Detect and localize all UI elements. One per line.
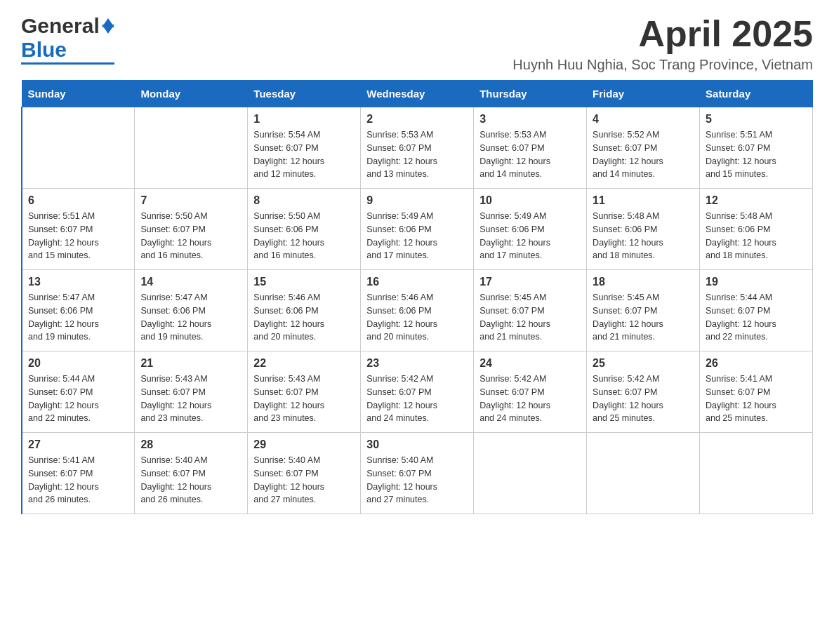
day-number: 7 <box>140 194 241 207</box>
calendar-cell <box>587 433 700 514</box>
day-number: 22 <box>253 357 355 370</box>
calendar-table: SundayMondayTuesdayWednesdayThursdayFrid… <box>21 80 813 514</box>
day-info: Sunrise: 5:45 AM Sunset: 6:07 PM Dayligh… <box>593 291 694 344</box>
day-number: 12 <box>706 194 807 207</box>
day-number: 10 <box>479 194 581 207</box>
day-number: 17 <box>479 276 581 288</box>
day-info: Sunrise: 5:51 AM Sunset: 6:07 PM Dayligh… <box>706 128 807 181</box>
day-info: Sunrise: 5:43 AM Sunset: 6:07 PM Dayligh… <box>253 373 355 425</box>
calendar-week-3: 13Sunrise: 5:47 AM Sunset: 6:06 PM Dayli… <box>22 270 813 351</box>
logo-underline <box>21 62 114 65</box>
day-number: 13 <box>28 276 128 288</box>
calendar-cell <box>700 433 813 514</box>
calendar-cell: 12Sunrise: 5:48 AM Sunset: 6:06 PM Dayli… <box>700 189 813 270</box>
calendar-cell: 25Sunrise: 5:42 AM Sunset: 6:07 PM Dayli… <box>587 351 700 433</box>
logo: General Blue <box>21 14 114 65</box>
calendar-cell <box>135 107 248 189</box>
day-number: 15 <box>253 276 355 288</box>
calendar-cell: 18Sunrise: 5:45 AM Sunset: 6:07 PM Dayli… <box>587 270 700 351</box>
calendar-cell: 29Sunrise: 5:40 AM Sunset: 6:07 PM Dayli… <box>248 433 361 514</box>
calendar-cell: 7Sunrise: 5:50 AM Sunset: 6:07 PM Daylig… <box>135 189 248 270</box>
day-number: 29 <box>253 438 355 451</box>
calendar-week-4: 20Sunrise: 5:44 AM Sunset: 6:07 PM Dayli… <box>22 351 813 433</box>
logo-blue-text: Blue <box>21 38 67 61</box>
day-info: Sunrise: 5:44 AM Sunset: 6:07 PM Dayligh… <box>706 291 807 344</box>
day-info: Sunrise: 5:50 AM Sunset: 6:06 PM Dayligh… <box>253 210 355 262</box>
day-info: Sunrise: 5:48 AM Sunset: 6:06 PM Dayligh… <box>706 210 807 262</box>
day-number: 6 <box>28 194 128 207</box>
calendar-week-1: 1Sunrise: 5:54 AM Sunset: 6:07 PM Daylig… <box>22 107 813 189</box>
day-number: 5 <box>706 113 807 126</box>
day-number: 14 <box>140 276 241 288</box>
calendar-cell: 28Sunrise: 5:40 AM Sunset: 6:07 PM Dayli… <box>135 433 248 514</box>
day-number: 8 <box>253 194 355 207</box>
calendar-cell: 8Sunrise: 5:50 AM Sunset: 6:06 PM Daylig… <box>248 189 361 270</box>
day-info: Sunrise: 5:46 AM Sunset: 6:06 PM Dayligh… <box>366 291 468 344</box>
calendar-cell: 24Sunrise: 5:42 AM Sunset: 6:07 PM Dayli… <box>474 351 587 433</box>
day-number: 16 <box>366 276 468 288</box>
day-info: Sunrise: 5:51 AM Sunset: 6:07 PM Dayligh… <box>28 210 128 262</box>
calendar-header-row: SundayMondayTuesdayWednesdayThursdayFrid… <box>22 81 813 107</box>
calendar-cell <box>22 107 135 189</box>
day-number: 18 <box>593 276 694 288</box>
day-info: Sunrise: 5:46 AM Sunset: 6:06 PM Dayligh… <box>253 291 355 344</box>
calendar-cell: 15Sunrise: 5:46 AM Sunset: 6:06 PM Dayli… <box>248 270 361 351</box>
month-title: April 2025 <box>512 14 813 54</box>
day-number: 30 <box>366 438 468 451</box>
day-number: 2 <box>366 113 468 126</box>
title-section: April 2025 Huynh Huu Nghia, Soc Trang Pr… <box>512 14 813 73</box>
weekday-header-saturday: Saturday <box>700 81 813 107</box>
day-info: Sunrise: 5:53 AM Sunset: 6:07 PM Dayligh… <box>366 128 468 181</box>
day-info: Sunrise: 5:47 AM Sunset: 6:06 PM Dayligh… <box>140 291 241 344</box>
day-info: Sunrise: 5:41 AM Sunset: 6:07 PM Dayligh… <box>706 373 807 425</box>
logo-general-text: General <box>21 14 100 38</box>
day-info: Sunrise: 5:40 AM Sunset: 6:07 PM Dayligh… <box>253 454 355 507</box>
calendar-cell: 10Sunrise: 5:49 AM Sunset: 6:06 PM Dayli… <box>474 189 587 270</box>
calendar-cell: 4Sunrise: 5:52 AM Sunset: 6:07 PM Daylig… <box>587 107 700 189</box>
calendar-cell: 19Sunrise: 5:44 AM Sunset: 6:07 PM Dayli… <box>700 270 813 351</box>
calendar-cell: 1Sunrise: 5:54 AM Sunset: 6:07 PM Daylig… <box>248 107 361 189</box>
day-number: 24 <box>479 357 581 370</box>
calendar-week-5: 27Sunrise: 5:41 AM Sunset: 6:07 PM Dayli… <box>22 433 813 514</box>
day-number: 26 <box>706 357 807 370</box>
weekday-header-tuesday: Tuesday <box>248 81 361 107</box>
day-info: Sunrise: 5:44 AM Sunset: 6:07 PM Dayligh… <box>28 373 128 425</box>
day-info: Sunrise: 5:47 AM Sunset: 6:06 PM Dayligh… <box>28 291 128 344</box>
weekday-header-friday: Friday <box>587 81 700 107</box>
day-info: Sunrise: 5:42 AM Sunset: 6:07 PM Dayligh… <box>479 373 581 425</box>
day-info: Sunrise: 5:41 AM Sunset: 6:07 PM Dayligh… <box>28 454 128 507</box>
calendar-cell: 30Sunrise: 5:40 AM Sunset: 6:07 PM Dayli… <box>361 433 474 514</box>
weekday-header-wednesday: Wednesday <box>361 81 474 107</box>
weekday-header-monday: Monday <box>135 81 248 107</box>
day-info: Sunrise: 5:49 AM Sunset: 6:06 PM Dayligh… <box>366 210 468 262</box>
day-number: 9 <box>366 194 468 207</box>
weekday-header-sunday: Sunday <box>22 81 135 107</box>
calendar-cell <box>474 433 587 514</box>
weekday-header-thursday: Thursday <box>474 81 587 107</box>
page-header: General Blue April 2025 Huynh Huu Nghia,… <box>21 14 813 73</box>
logo-icon <box>102 18 114 34</box>
day-info: Sunrise: 5:49 AM Sunset: 6:06 PM Dayligh… <box>479 210 581 262</box>
day-info: Sunrise: 5:42 AM Sunset: 6:07 PM Dayligh… <box>366 373 468 425</box>
day-info: Sunrise: 5:42 AM Sunset: 6:07 PM Dayligh… <box>593 373 694 425</box>
calendar-cell: 3Sunrise: 5:53 AM Sunset: 6:07 PM Daylig… <box>474 107 587 189</box>
day-number: 27 <box>28 438 128 451</box>
day-number: 19 <box>706 276 807 288</box>
day-info: Sunrise: 5:48 AM Sunset: 6:06 PM Dayligh… <box>593 210 694 262</box>
calendar-cell: 26Sunrise: 5:41 AM Sunset: 6:07 PM Dayli… <box>700 351 813 433</box>
day-number: 3 <box>479 113 581 126</box>
calendar-cell: 6Sunrise: 5:51 AM Sunset: 6:07 PM Daylig… <box>22 189 135 270</box>
day-number: 11 <box>593 194 694 207</box>
calendar-week-2: 6Sunrise: 5:51 AM Sunset: 6:07 PM Daylig… <box>22 189 813 270</box>
day-info: Sunrise: 5:52 AM Sunset: 6:07 PM Dayligh… <box>593 128 694 181</box>
calendar-cell: 14Sunrise: 5:47 AM Sunset: 6:06 PM Dayli… <box>135 270 248 351</box>
calendar-cell: 20Sunrise: 5:44 AM Sunset: 6:07 PM Dayli… <box>22 351 135 433</box>
calendar-cell: 2Sunrise: 5:53 AM Sunset: 6:07 PM Daylig… <box>361 107 474 189</box>
calendar-cell: 21Sunrise: 5:43 AM Sunset: 6:07 PM Dayli… <box>135 351 248 433</box>
calendar-cell: 13Sunrise: 5:47 AM Sunset: 6:06 PM Dayli… <box>22 270 135 351</box>
day-info: Sunrise: 5:53 AM Sunset: 6:07 PM Dayligh… <box>479 128 581 181</box>
day-number: 25 <box>593 357 694 370</box>
day-number: 28 <box>140 438 241 451</box>
calendar-cell: 16Sunrise: 5:46 AM Sunset: 6:06 PM Dayli… <box>361 270 474 351</box>
day-info: Sunrise: 5:43 AM Sunset: 6:07 PM Dayligh… <box>140 373 241 425</box>
